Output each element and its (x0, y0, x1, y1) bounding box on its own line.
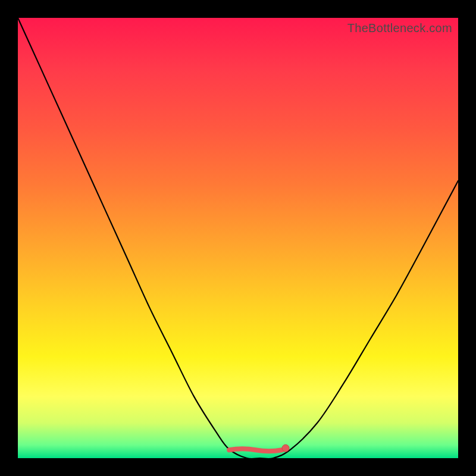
flat-zone-squiggle (229, 449, 282, 451)
chart-svg (18, 18, 458, 458)
bottleneck-curve (18, 18, 458, 459)
plot-area: TheBottleneck.com (18, 18, 458, 458)
flat-zone-marker (229, 444, 289, 452)
flat-zone-end-dot (282, 444, 289, 452)
chart-container: TheBottleneck.com (0, 0, 476, 476)
